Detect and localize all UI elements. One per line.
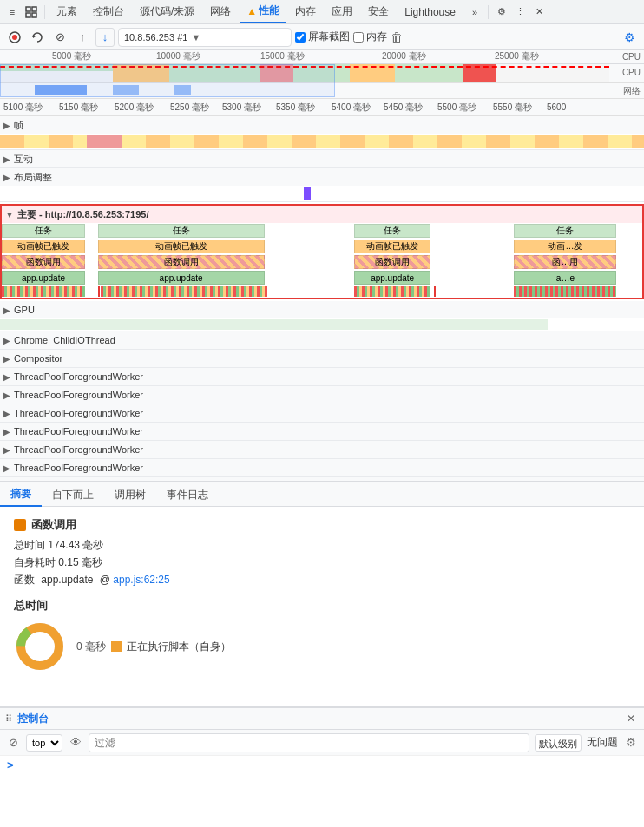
legend-color-script (111, 641, 122, 652)
total-time-section: 总时间 0 毫秒 正在执行脚本（自身） (14, 598, 630, 673)
svg-rect-2 (26, 13, 30, 17)
thread-interaction-header[interactable]: ▶ 互动 (0, 150, 644, 167)
red-marker-1 (98, 286, 100, 297)
console-context-select[interactable]: top (26, 734, 62, 752)
animation-block-3[interactable]: 动画帧已触发 (354, 240, 431, 253)
task-block-3[interactable]: 任务 (354, 224, 431, 238)
animation-block-1[interactable]: 动画帧已触发 (2, 240, 85, 253)
console-drag-handle[interactable]: ⠿ (5, 713, 12, 725)
thread-frames-header[interactable]: ▶ 帧 (0, 116, 644, 134)
legend-item-1: 0 毫秒 正在执行脚本（自身） (76, 640, 231, 654)
screenshot-checkbox-label[interactable]: 屏幕截图 (295, 30, 350, 44)
console-prompt-bar: > (0, 755, 644, 774)
thread-tp-1-header[interactable]: ▶ ThreadPoolForegroundWorker (0, 368, 644, 385)
tab-security[interactable]: 安全 (361, 1, 396, 23)
animation-block-4[interactable]: 动画…发 (514, 240, 616, 253)
settings-btn[interactable]: ⚙ (493, 3, 510, 21)
animation-block-2[interactable]: 动画帧已触发 (98, 240, 265, 253)
thread-compositor-header[interactable]: ▶ Compositor (0, 350, 644, 367)
cpu-label-right: CPU (622, 68, 641, 77)
misc-strip-3 (354, 286, 431, 297)
func-block-2[interactable]: 函数调用 (98, 255, 265, 269)
more-tabs-btn[interactable]: » (466, 3, 483, 21)
tab-sources[interactable]: 源代码/来源 (133, 1, 201, 23)
thread-tp-2-header[interactable]: ▶ ThreadPoolForegroundWorker (0, 386, 644, 404)
app-update-3[interactable]: app.update (354, 271, 431, 285)
red-marker-2 (434, 286, 436, 297)
devtools-toolbar: ≡ 元素 控制台 源代码/来源 网络 ▲性能 内存 应用 安全 Lighthou… (0, 0, 644, 24)
clear-btn[interactable]: ⊘ (50, 28, 69, 47)
chevron-gpu: ▶ (3, 305, 10, 315)
tab-event-log[interactable]: 事件日志 (156, 482, 219, 507)
console-filter-input[interactable] (89, 733, 529, 752)
misc-strip-2 (101, 286, 267, 297)
reload-btn[interactable] (28, 28, 47, 47)
thread-tp-4-header[interactable]: ▶ ThreadPoolForegroundWorker (0, 423, 644, 440)
tab-elements[interactable]: 元素 (49, 1, 84, 23)
flame-row-function: 函数调用 函数调用 函数调用 函…用 (2, 254, 642, 270)
func-block-1[interactable]: 函数调用 (2, 255, 85, 269)
thread-tp-5-header[interactable]: ▶ ThreadPoolForegroundWorker (0, 441, 644, 458)
tab-application[interactable]: 应用 (325, 1, 359, 23)
thread-child-io-header[interactable]: ▶ Chrome_ChildIOThread (0, 331, 644, 349)
default-level-btn[interactable]: 默认级别 (535, 734, 582, 752)
main-thread-header[interactable]: ▼ 主要 - http://10.8.56.253:7195/ (2, 206, 642, 223)
chevron-frames: ▶ (3, 121, 10, 130)
svg-rect-3 (32, 13, 36, 17)
console-eye-icon[interactable]: 👁 (68, 735, 83, 751)
function-link[interactable]: app.js:62:25 (113, 574, 169, 586)
bottom-tabs: 摘要 自下而上 调用树 事件日志 (0, 482, 644, 507)
summary-title: 函数调用 (14, 517, 630, 533)
thread-tp-2: ▶ ThreadPoolForegroundWorker (0, 386, 644, 404)
svg-point-5 (12, 35, 17, 40)
task-block-1[interactable]: 任务 (2, 224, 85, 238)
thread-gpu-header[interactable]: ▶ GPU (0, 301, 644, 318)
dock-icon[interactable]: ≡ (3, 3, 21, 21)
tab-console[interactable]: 控制台 (86, 1, 131, 23)
app-update-4[interactable]: a…e (514, 271, 616, 285)
console-icons-left[interactable]: ⊘ (5, 735, 21, 751)
svg-rect-0 (26, 7, 30, 11)
thread-gpu: ▶ GPU (0, 301, 644, 331)
total-time-row: 总时间 174.43 毫秒 (14, 538, 630, 553)
tab-bottom-up[interactable]: 自下而上 (42, 482, 104, 507)
task-block-2[interactable]: 任务 (98, 224, 265, 238)
tab-network[interactable]: 网络 (203, 1, 238, 23)
svg-rect-1 (32, 7, 36, 11)
close-btn[interactable]: ✕ (531, 3, 549, 21)
thread-tp-6-header[interactable]: ▶ ThreadPoolForegroundWorker (0, 459, 644, 476)
func-block-3[interactable]: 函数调用 (354, 255, 431, 269)
func-block-4[interactable]: 函…用 (514, 255, 616, 269)
inspect-icon[interactable] (23, 3, 40, 21)
console-gear-icon[interactable]: ⚙ (623, 735, 639, 751)
cpu-overview: CPU (0, 64, 644, 83)
memory-checkbox-label[interactable]: 内存 (353, 30, 387, 44)
tab-summary[interactable]: 摘要 (0, 482, 42, 507)
record-btn[interactable] (5, 28, 24, 47)
thread-layout-header[interactable]: ▶ 布局调整 (0, 168, 644, 186)
menu-btn[interactable]: ⋮ (512, 3, 529, 21)
tab-lighthouse[interactable]: Lighthouse (398, 1, 463, 23)
screenshot-checkbox[interactable] (295, 32, 306, 43)
memory-checkbox[interactable] (353, 32, 364, 43)
delete-btn[interactable]: 🗑 (391, 30, 403, 44)
console-close-btn[interactable]: ✕ (623, 711, 639, 726)
thread-tp-3-header[interactable]: ▶ ThreadPoolForegroundWorker (0, 404, 644, 422)
app-update-1[interactable]: app.update (2, 271, 85, 285)
timeline-scroll-area[interactable]: ▶ 帧 ▶ 互动 ▶ 布局调整 (0, 116, 644, 481)
tab-memory[interactable]: 内存 (288, 1, 323, 23)
upload-btn[interactable]: ↑ (73, 28, 92, 47)
tab-performance[interactable]: ▲性能 (240, 1, 286, 23)
tab-call-tree[interactable]: 调用树 (104, 482, 156, 507)
gpu-track (0, 318, 644, 331)
download-btn[interactable]: ↓ (95, 28, 115, 47)
app-update-2[interactable]: app.update (98, 271, 265, 285)
thread-tp-7-header[interactable]: ▶ ThreadPoolForegroundWorker (0, 477, 644, 481)
perf-settings-btn[interactable]: ⚙ (620, 28, 639, 47)
flame-row-misc (2, 286, 642, 298)
thread-frames: ▶ 帧 (0, 116, 644, 150)
net-label: 网络 (623, 85, 641, 97)
bottom-content: 函数调用 总时间 174.43 毫秒 自身耗时 0.15 毫秒 函数 app.u… (0, 507, 644, 706)
task-block-4[interactable]: 任务 (514, 224, 616, 238)
total-time-title: 总时间 (14, 598, 630, 614)
